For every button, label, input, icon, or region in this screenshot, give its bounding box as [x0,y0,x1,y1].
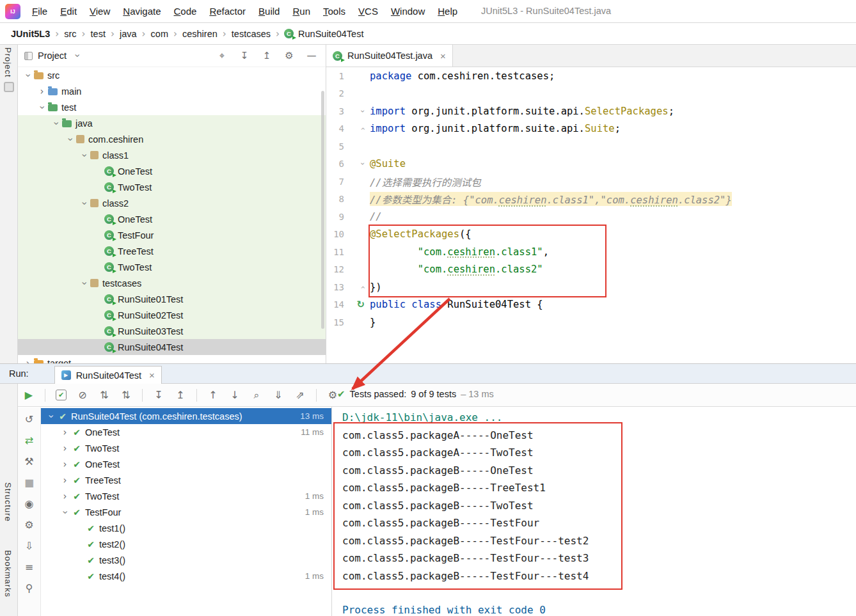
breadcrumb-item[interactable]: test [89,28,107,40]
expand-all-icon[interactable]: ↧ [239,50,250,61]
export-test-results-icon[interactable]: ⇗ [294,389,306,401]
chevron-right-icon[interactable]: › [59,459,71,470]
test-tree-row[interactable]: ›✔TwoTest [41,440,331,456]
close-icon[interactable]: × [440,51,446,61]
tree-row[interactable]: ›CTwoTest [18,259,326,275]
test-tree-row[interactable]: ›✔test3() [41,552,331,568]
chevron-down-icon[interactable]: › [65,133,76,145]
chevron-right-icon[interactable]: › [59,443,71,454]
test-tree-row[interactable]: ›✔RunSuite04Test (com.ceshiren.testcases… [41,408,331,424]
test-tree-row[interactable]: ›✔TreeTest [41,472,331,488]
test-tree-row[interactable]: ›✔test4()1 ms [41,568,331,584]
pin-tab-icon[interactable]: ⚲ [26,582,33,594]
tree-row[interactable]: ›target [18,355,326,363]
menu-item-help[interactable]: Help [431,3,464,19]
tree-row[interactable]: ›test [18,99,326,115]
rerun-tests-icon[interactable]: ▶ [23,389,35,401]
project-scrollbar[interactable] [321,91,324,329]
chevron-down-icon[interactable]: › [36,101,48,113]
tree-row[interactable]: ›class1 [18,147,326,163]
console-output[interactable]: D:\jdk-11\bin\java.exe ...com.class5.pac… [331,407,856,616]
test-tree-row[interactable]: ›✔test1() [41,520,331,536]
menu-item-tools[interactable]: Tools [317,3,352,19]
tree-row[interactable]: ›CRunSuite03Test [18,323,326,339]
fold-down-icon[interactable]: › [359,162,368,166]
stop-icon[interactable]: ■ [24,477,34,489]
breadcrumb-item[interactable]: com [149,28,170,40]
tree-row[interactable]: ›CTreeTest [18,243,326,259]
run-tab[interactable]: ▶ RunSuite04Test × [54,366,162,384]
rerun-icon[interactable]: ↺ [25,413,33,425]
test-tree-row[interactable]: ›✔OneTest [41,456,331,472]
chevron-down-icon[interactable]: › [22,69,34,81]
expand-all-icon[interactable]: ↧ [153,389,164,401]
tree-row[interactable]: ›class2 [18,195,326,211]
editor-tab-runsuite04test[interactable]: C RunSuite04Test.java × [326,45,453,67]
menu-item-code[interactable]: Code [168,3,203,19]
test-runner-settings-icon[interactable]: ⚒ [24,455,33,468]
close-icon[interactable]: × [149,370,155,381]
chevron-right-icon[interactable]: › [22,358,34,364]
search-tests-icon[interactable]: ⌕ [251,389,262,401]
fold-down-icon[interactable]: › [359,109,368,113]
chevron-down-icon[interactable]: › [59,506,71,518]
tree-row[interactable]: ›CRunSuite02Test [18,307,326,323]
test-tree-row[interactable]: ›✔TwoTest1 ms [41,488,331,504]
screenshot-icon[interactable]: ◉ [25,498,34,510]
menu-item-view[interactable]: View [83,3,116,19]
chevron-right-icon[interactable]: › [59,491,71,502]
tree-row[interactable]: ›java [18,115,326,131]
fold-up-icon[interactable]: › [359,127,368,130]
hide-panel-icon[interactable]: — [306,50,317,61]
fold-up-icon[interactable]: › [359,285,368,288]
breadcrumb-item[interactable]: RunSuite04Test [296,28,365,40]
next-failed-test-icon[interactable]: ↓ [229,389,241,401]
collapse-all-icon[interactable]: ↥ [175,389,186,401]
menu-item-run[interactable]: Run [286,3,317,19]
stripe-button-project[interactable]: Project [3,47,13,77]
previous-failed-test-icon[interactable]: ↑ [207,389,219,401]
breadcrumb-item[interactable]: java [118,28,139,40]
test-tree-row[interactable]: ›✔OneTest11 ms [41,424,331,440]
locate-file-icon[interactable]: ⌖ [217,50,227,61]
breadcrumb-item[interactable]: src [62,28,78,40]
tree-row[interactable]: ›src [18,67,326,83]
chevron-right-icon[interactable]: › [36,86,48,97]
menu-item-refactor[interactable]: Refactor [203,3,252,19]
menu-item-build[interactable]: Build [252,3,286,19]
collapse-all-icon[interactable]: ↥ [262,50,272,61]
chevron-down-icon[interactable]: › [79,277,90,289]
menu-item-window[interactable]: Window [384,3,431,19]
tree-row[interactable]: ›CRunSuite01Test [18,291,326,307]
menu-item-edit[interactable]: Edit [54,3,83,19]
breadcrumb-item[interactable]: JUnit5L3 [9,28,52,40]
project-tree[interactable]: ›src›main›test›java›com.ceshiren›class1›… [18,67,326,363]
menu-item-navigate[interactable]: Navigate [116,3,167,19]
menu-item-vcs[interactable]: VCS [352,3,384,19]
chevron-down-icon[interactable]: › [79,197,90,209]
layout-settings-icon[interactable]: ≡ [25,561,33,573]
chevron-right-icon[interactable]: › [59,475,71,486]
settings-gear-icon[interactable]: ⚙ [284,50,294,61]
tree-row[interactable]: ›COneTest [18,211,326,227]
menu-item-file[interactable]: File [26,3,54,19]
run-tree[interactable]: ›✔RunSuite04Test (com.ceshiren.testcases… [41,407,331,616]
chevron-down-icon[interactable]: › [72,50,83,62]
sort-alphabetically-icon[interactable]: ⇅ [99,389,110,401]
breadcrumb-item[interactable]: testcases [230,28,273,40]
import-test-results-icon[interactable]: ⇓ [273,389,284,401]
test-tree-row[interactable]: ›✔TestFour1 ms [41,504,331,520]
rerun-failed-tests-icon[interactable]: ⇄ [25,434,33,446]
chevron-down-icon[interactable]: › [51,117,62,129]
test-tree-row[interactable]: ›✔test2() [41,536,331,552]
editor-lines[interactable]: 1package com.ceshiren.testcases;23›impor… [326,67,856,363]
coverage-icon[interactable]: ⚙ [24,519,33,531]
project-tool-window-icon[interactable] [4,82,14,92]
tree-row[interactable]: ›CTestFour [18,227,326,243]
chevron-down-icon[interactable]: › [45,410,57,422]
sort-by-duration-icon[interactable]: ⇅ [120,389,132,401]
tree-row[interactable]: ›main [18,83,326,99]
show-ignored-icon[interactable]: ⊘ [77,389,88,401]
chevron-right-icon[interactable]: › [59,427,71,438]
project-panel-title[interactable]: Project [38,51,67,61]
